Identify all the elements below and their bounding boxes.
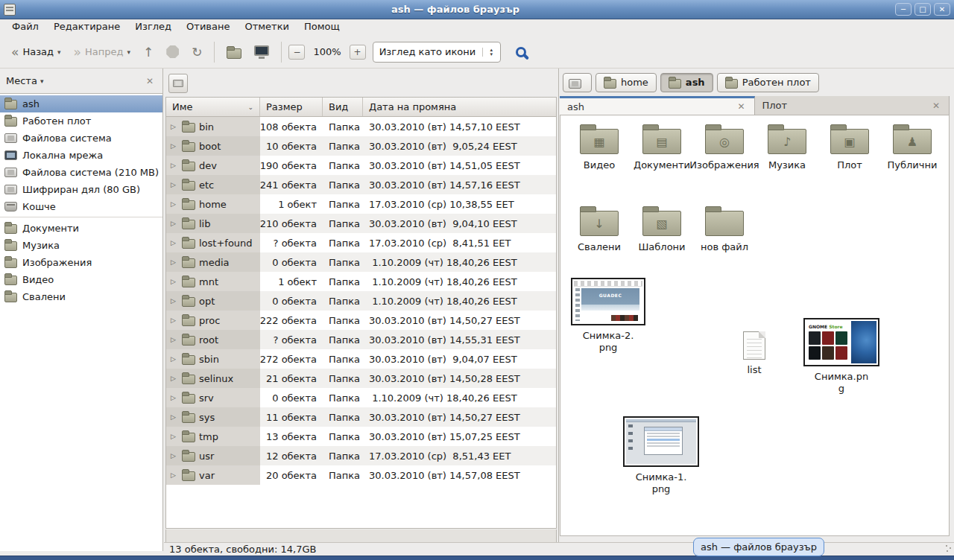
expander-icon[interactable]: ▷	[171, 413, 178, 421]
expander-icon[interactable]: ▷	[171, 471, 178, 479]
horizontal-scrollbar-trough[interactable]	[165, 529, 557, 542]
computer-button[interactable]	[249, 44, 274, 60]
tab-close-icon[interactable]: ✕	[931, 101, 941, 111]
combo-spinner-icon[interactable]: ▴ ▾	[482, 48, 500, 57]
table-row[interactable]: ▷ root ? обекта Папка 30.03.2010 (вт) 14…	[166, 330, 556, 349]
sidebar-item[interactable]: Изображения	[0, 254, 162, 271]
sidebar-item[interactable]: Кошче	[0, 198, 162, 217]
places-selector[interactable]: Места	[6, 75, 37, 86]
expander-icon[interactable]: ▷	[171, 336, 178, 343]
expander-icon[interactable]: ▷	[171, 239, 178, 246]
places-caret-icon[interactable]: ▾	[40, 77, 143, 85]
expander-icon[interactable]: ▷	[171, 452, 178, 459]
menu-item[interactable]: Помощ	[297, 19, 347, 36]
table-row[interactable]: ▷ dev 190 обекта Папка 30.03.2010 (вт) 1…	[166, 156, 556, 175]
table-row[interactable]: ▷ lost+found ? обекта Папка 17.03.2010 (…	[166, 233, 556, 252]
table-row[interactable]: ▷ bin 108 обекта Папка 30.03.2010 (вт) 1…	[166, 117, 556, 136]
folder-item[interactable]: ↓ Свалени	[568, 203, 631, 252]
reload-button[interactable]: ↻	[186, 42, 207, 62]
folder-item[interactable]: ▦ Видео	[568, 121, 631, 171]
file-snimka-png[interactable]: GNOME Store Снимка.png	[803, 318, 879, 395]
back-button[interactable]: « Назад ▾	[6, 42, 66, 62]
forward-button[interactable]: » Напред ▾	[69, 42, 136, 62]
table-row[interactable]: ▷ proc 222 обекта Папка 30.03.2010 (вт) …	[166, 311, 556, 330]
forward-dropdown-icon[interactable]: ▾	[127, 48, 130, 56]
expander-icon[interactable]: ▷	[171, 200, 178, 208]
expander-icon[interactable]: ▷	[171, 258, 178, 266]
folder-item[interactable]: ▤ Документи	[631, 121, 693, 171]
menu-item[interactable]: Отметки	[237, 19, 296, 36]
column-header-size[interactable]: Размер	[260, 98, 323, 116]
view-mode-select[interactable]: Изглед като икони ▴ ▾	[373, 42, 501, 63]
column-header-date[interactable]: Дата на промяна	[363, 98, 556, 116]
expander-icon[interactable]: ▷	[171, 142, 178, 150]
column-header-type[interactable]: Вид	[323, 98, 363, 116]
sidebar-item[interactable]: Документи	[0, 220, 162, 237]
table-row[interactable]: ▷ sys 11 обекта Папка 30.03.2010 (вт) 14…	[166, 407, 556, 427]
table-row[interactable]: ▷ sbin 272 обекта Папка 30.03.2010 (вт) …	[166, 349, 556, 369]
minimize-button[interactable]: ─	[895, 3, 912, 16]
menu-item[interactable]: Редактиране	[46, 19, 127, 36]
table-row[interactable]: ▷ boot 10 обекта Папка 30.03.2010 (вт) 9…	[166, 136, 556, 156]
breadcrumb-button[interactable]: home	[596, 73, 657, 92]
table-row[interactable]: ▷ lib 210 обекта Папка 30.03.2010 (вт) 9…	[166, 214, 556, 233]
file-snimka-2-png[interactable]: GUADEC Снимка-2.png	[571, 278, 645, 354]
expander-icon[interactable]: ▷	[171, 394, 178, 401]
zoom-out-button[interactable]: −	[288, 45, 305, 60]
tab-close-icon[interactable]: ✕	[736, 101, 746, 112]
expander-icon[interactable]: ▷	[171, 375, 178, 382]
home-button[interactable]	[221, 41, 247, 63]
search-button[interactable]	[503, 42, 536, 62]
sidebar-item[interactable]: ash	[0, 95, 162, 112]
expander-icon[interactable]: ▷	[171, 278, 178, 285]
file-list[interactable]: list	[726, 325, 783, 376]
zoom-in-button[interactable]: +	[350, 45, 366, 60]
menu-item[interactable]: Файл	[4, 19, 46, 36]
expander-icon[interactable]: ▷	[171, 433, 178, 440]
folder-item[interactable]: ▧ Шаблони	[631, 203, 693, 252]
sidebar-item[interactable]: Шифриран дял (80 GB)	[0, 181, 162, 198]
table-row[interactable]: ▷ mnt 1 обект Папка 1.10.2009 (чт) 18,40…	[166, 272, 556, 291]
table-row[interactable]: ▷ srv 0 обекта Папка 1.10.2009 (чт) 18,4…	[166, 388, 556, 407]
table-row[interactable]: ▷ selinux 21 обекта Папка 30.03.2010 (вт…	[166, 369, 556, 388]
table-row[interactable]: ▷ media 0 обекта Папка 1.10.2009 (чт) 18…	[166, 252, 556, 272]
table-row[interactable]: ▷ opt 0 обекта Папка 1.10.2009 (чт) 18,4…	[166, 291, 556, 311]
stop-button[interactable]	[161, 41, 184, 63]
table-row[interactable]: ▷ tmp 13 обекта Папка 30.03.2010 (вт) 15…	[166, 427, 556, 446]
sidebar-item[interactable]: Файлова система (210 MB)	[0, 164, 162, 181]
resize-grip[interactable]	[945, 544, 953, 553]
sidebar-item[interactable]: Локална мрежа	[0, 147, 162, 164]
expander-icon[interactable]: ▷	[171, 220, 178, 227]
column-header-name[interactable]: Име ⌄	[166, 98, 260, 116]
sidebar-item[interactable]: Файлова система	[0, 130, 162, 147]
folder-item[interactable]: нов файл	[693, 203, 756, 252]
maximize-button[interactable]: □	[914, 3, 931, 16]
table-row[interactable]: ▷ var 20 обекта Папка 30.03.2010 (вт) 14…	[166, 465, 556, 485]
file-snimka-1-png[interactable]: Снимка-1.png	[623, 416, 699, 495]
expander-icon[interactable]: ▷	[171, 297, 178, 305]
folder-item[interactable]: ▣ Плот	[818, 121, 881, 171]
tab[interactable]: ash ✕	[560, 96, 755, 115]
table-row[interactable]: ▷ home 1 обект Папка 17.03.2010 (ср) 10,…	[166, 194, 556, 214]
breadcrumb-button[interactable]: ash	[660, 73, 713, 92]
root-location-button[interactable]	[168, 74, 188, 93]
taskbar-window-button[interactable]: ash — файлов браузър	[693, 538, 824, 556]
expander-icon[interactable]: ▷	[171, 162, 178, 169]
breadcrumb-button[interactable]	[563, 73, 592, 92]
expander-icon[interactable]: ▷	[171, 123, 178, 130]
folder-item[interactable]: ♪ Музика	[756, 121, 818, 171]
table-row[interactable]: ▷ usr 12 обекта Папка 17.03.2010 (ср) 8,…	[166, 446, 556, 465]
sidebar-close-icon[interactable]: ✕	[143, 74, 157, 88]
sidebar-item[interactable]: Работен плот	[0, 112, 162, 130]
up-button[interactable]: ↑	[138, 42, 159, 62]
expander-icon[interactable]: ▷	[171, 181, 178, 188]
sidebar-item[interactable]: Музика	[0, 237, 162, 254]
folder-item[interactable]: ◎ Изображения	[693, 121, 756, 171]
sidebar-item[interactable]: Свалени	[0, 288, 162, 305]
sidebar-item[interactable]: Видео	[0, 271, 162, 288]
table-row[interactable]: ▷ etc 241 обекта Папка 30.03.2010 (вт) 1…	[166, 175, 556, 194]
folder-item[interactable]: ♟ Публични	[881, 121, 944, 171]
expander-icon[interactable]: ▷	[171, 355, 178, 363]
menu-item[interactable]: Отиване	[179, 19, 237, 36]
breadcrumb-button[interactable]: Работен плот	[717, 73, 819, 92]
